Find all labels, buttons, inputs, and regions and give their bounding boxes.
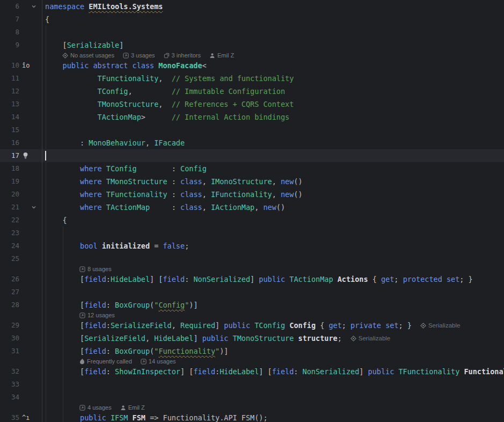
code-token: Config (180, 164, 207, 173)
code-text[interactable]: TConfig, // Immutable Configuration (45, 85, 285, 98)
line-number[interactable]: 24 (0, 239, 19, 252)
code-token (102, 177, 106, 186)
code-token: Functionality (464, 367, 504, 376)
code-lens-label: 8 usages (87, 265, 112, 273)
code-lens-3-usages[interactable]: 3 usages (123, 52, 155, 59)
code-text[interactable]: { (45, 13, 49, 26)
intention-bulb-icon[interactable] (22, 149, 29, 162)
code-lens-emil-z[interactable]: Emil Z (209, 52, 234, 59)
code-text[interactable]: TMonoStructure, // References + CQRS Con… (45, 98, 294, 111)
code-editor[interactable]: 6namespace EMILtools.Systems7{89 [Serial… (0, 0, 504, 422)
code-token: IFSM (111, 413, 128, 422)
code-text[interactable]: TActionMap> // Internal Action bindings (45, 111, 289, 123)
inlay-hint[interactable]: Serializable (350, 332, 390, 345)
code-line-19: 19 where TMonoStructure : class, IMonoSt… (0, 175, 504, 188)
code-text[interactable]: where TMonoStructure : class, IMonoStruc… (45, 175, 303, 188)
line-number[interactable]: 12 (0, 85, 19, 98)
line-number[interactable]: 8 (0, 26, 19, 39)
line-number[interactable]: 28 (0, 299, 19, 311)
line-number[interactable]: 15 (0, 123, 19, 136)
code-text[interactable]: { (45, 214, 67, 227)
code-token (45, 164, 80, 173)
code-lens-4-usages[interactable]: 4 usages (79, 404, 112, 411)
code-text[interactable]: bool initialized = false; (45, 239, 189, 252)
code-text[interactable]: public IFSM FSM => Functionality.API_FSM… (45, 411, 268, 422)
code-token: Functionality (158, 347, 215, 355)
inlay-hint[interactable]: Serializable (420, 319, 460, 332)
code-text[interactable]: where TFunctionality : class, IFunctiona… (45, 188, 303, 201)
code-token: , (128, 87, 171, 96)
line-number[interactable]: 34 (0, 391, 19, 404)
line-number[interactable]: 35 (0, 411, 19, 422)
code-token: TMonoStructure (106, 177, 167, 186)
code-token: where (80, 177, 102, 186)
code-token: ; (185, 242, 189, 250)
line-number[interactable]: 13 (0, 98, 19, 111)
code-lens-label: Emil Z (128, 404, 145, 411)
line-number[interactable]: 31 (0, 345, 19, 358)
code-token: public (80, 413, 106, 422)
line-number[interactable]: 22 (0, 214, 19, 227)
code-text[interactable]: public abstract class MonoFacade< (45, 59, 207, 72)
code-text[interactable]: where TConfig : Config (45, 162, 207, 175)
code-text[interactable]: TFunctionality, // Systems and functiona… (45, 72, 294, 85)
line-number[interactable]: 23 (0, 227, 19, 239)
code-lens-14-usages[interactable]: 14 usages (141, 358, 176, 365)
line-number[interactable]: 20 (0, 188, 19, 201)
code-text[interactable]: [field: BoxGroup("Functionality")] (45, 345, 228, 358)
line-number[interactable]: 18 (0, 162, 19, 175)
fold-chevron-icon[interactable] (31, 0, 36, 13)
fold-chevron-icon[interactable] (31, 201, 36, 214)
code-lens-label: 4 usages (87, 404, 112, 411)
line-number[interactable]: 6 (0, 0, 19, 13)
code-lens-3-inheritors[interactable]: 3 inheritors (164, 52, 201, 59)
code-token: new (281, 190, 294, 199)
code-token: () (294, 190, 302, 199)
line-number[interactable]: 27 (0, 286, 19, 299)
line-number[interactable]: 33 (0, 378, 19, 391)
code-token: TActionMap (106, 203, 150, 212)
code-text[interactable]: [field: ShowInInspector] [field:HideLabe… (45, 365, 504, 378)
code-token: get (328, 321, 341, 330)
hides-mark-icon[interactable]: ^ı (22, 411, 30, 422)
code-text[interactable]: [field:HideLabel] [field: NonSerialized]… (45, 273, 473, 286)
inheritors-icon (164, 53, 170, 59)
line-number[interactable]: 30 (0, 332, 19, 345)
line-number[interactable]: 21 (0, 201, 19, 214)
line-number[interactable]: 11 (0, 72, 19, 85)
code-lens-frequently-called[interactable]: Frequently called (79, 358, 132, 365)
code-lens-no-asset-usages[interactable]: No asset usages (62, 52, 114, 59)
line-number[interactable]: 32 (0, 365, 19, 378)
code-token: ( (150, 301, 154, 309)
code-lens-12-usages[interactable]: 12 usages (79, 311, 115, 319)
line-number[interactable]: 16 (0, 136, 19, 149)
inherited-mark-icon[interactable]: îo (22, 59, 30, 72)
code-token: > (141, 113, 172, 121)
code-text[interactable]: [field: BoxGroup("Config")] (45, 299, 198, 311)
code-text[interactable]: [SerializeField, HideLabel] public TMono… (45, 332, 390, 345)
line-number[interactable]: 25 (0, 252, 19, 265)
line-number[interactable]: 26 (0, 273, 19, 286)
code-token: [ (45, 275, 84, 283)
code-line-7: 7{ (0, 13, 504, 26)
code-token: MonoBehaviour (89, 139, 145, 147)
line-number[interactable]: 17 (0, 149, 19, 162)
code-text[interactable]: namespace EMILtools.Systems (45, 0, 163, 13)
code-text[interactable]: where TActionMap : class, IActionMap, ne… (45, 201, 285, 214)
line-number[interactable]: 14 (0, 111, 19, 123)
line-number[interactable]: 9 (0, 39, 19, 52)
line-number[interactable]: 7 (0, 13, 19, 26)
code-lens-8-usages[interactable]: 8 usages (79, 265, 112, 273)
code-text[interactable]: [Serializable] (45, 39, 123, 52)
line-number[interactable]: 10 (0, 59, 19, 72)
line-number[interactable]: 29 (0, 319, 19, 332)
code-token: { (45, 15, 49, 24)
code-token: TFunctionality (106, 190, 167, 199)
code-token: Actions (338, 275, 368, 283)
code-text[interactable]: [field:SerializeField, Required] public … (45, 319, 460, 332)
code-text[interactable]: : MonoBehaviour, IFacade (45, 136, 185, 149)
code-lens-items: 4 usagesEmil Z (79, 404, 145, 411)
author-icon (120, 405, 126, 411)
code-lens-emil-z[interactable]: Emil Z (120, 404, 145, 411)
line-number[interactable]: 19 (0, 175, 19, 188)
